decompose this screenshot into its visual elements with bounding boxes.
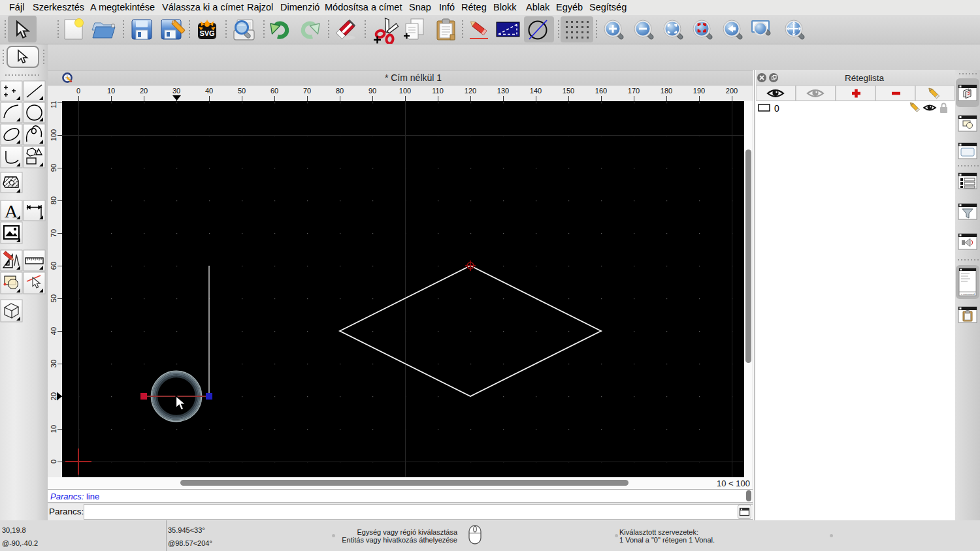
svg-text:10: 10 (107, 87, 115, 95)
svg-text:70: 70 (303, 87, 311, 95)
svg-text:120: 120 (465, 87, 476, 95)
svg-text:100: 100 (399, 87, 411, 95)
svg-text:170: 170 (628, 87, 640, 95)
svg-text:150: 150 (563, 87, 574, 95)
svg-text:110: 110 (50, 101, 57, 108)
svg-text:100: 100 (50, 129, 57, 141)
svg-text:190: 190 (693, 87, 705, 95)
svg-text:110: 110 (432, 87, 444, 95)
svg-text:20: 20 (50, 392, 57, 400)
svg-text:60: 60 (270, 87, 278, 95)
svg-text:10: 10 (50, 425, 57, 433)
svg-text:180: 180 (661, 87, 672, 95)
svg-text:30: 30 (50, 360, 57, 368)
svg-text:40: 40 (50, 327, 57, 335)
svg-text:0: 0 (50, 460, 57, 464)
svg-text:0: 0 (76, 87, 80, 95)
svg-text:140: 140 (530, 87, 542, 95)
svg-text:130: 130 (497, 87, 509, 95)
svg-text:50: 50 (50, 294, 57, 302)
svg-text:Réteglista: Réteglista (845, 73, 885, 83)
svg-text:200: 200 (726, 87, 738, 95)
svg-text:160: 160 (595, 87, 607, 95)
svg-text:30: 30 (172, 87, 180, 95)
svg-text:40: 40 (205, 87, 213, 95)
svg-text:90: 90 (50, 164, 57, 172)
svg-text:SVG: SVG (199, 29, 214, 37)
svg-text:0: 0 (774, 103, 779, 114)
svg-text:80: 80 (336, 87, 344, 95)
svg-text:20: 20 (140, 87, 148, 95)
svg-text:80: 80 (50, 197, 57, 204)
svg-text:c command: c command (961, 292, 975, 296)
svg-text:60: 60 (50, 262, 57, 270)
svg-text:90: 90 (368, 87, 376, 95)
svg-text:A: A (5, 201, 18, 221)
svg-text:70: 70 (50, 229, 57, 237)
svg-text:50: 50 (238, 87, 246, 95)
